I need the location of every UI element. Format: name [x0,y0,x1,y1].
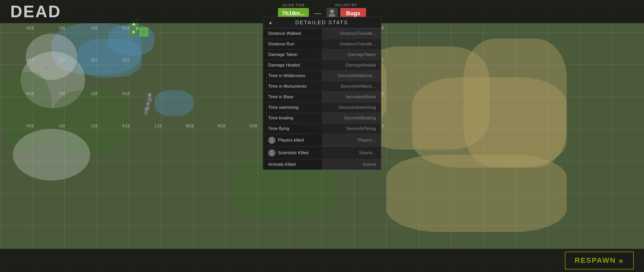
table-row: Damage TakenDamageTaken [263,50,381,60]
grid-label-l19: L19 [155,124,162,128]
stat-label: Players killed [263,134,322,147]
alive-for-label: ALIVE FOR [282,3,304,7]
player-marker-3 [143,107,149,116]
stat-label: Time in Wilderness [263,71,322,81]
grid-label-i19: I19 [59,124,65,128]
svg-rect-3 [151,97,152,101]
stat-label: Time boating [263,113,322,123]
stat-value: DistanceTravelle... [322,39,381,50]
map-dot [39,72,40,73]
svg-rect-22 [270,140,273,143]
stat-label: Time swimming [263,102,322,113]
grid-label-h18: H18 [26,92,34,96]
stat-value: SecondsFlyling [322,123,381,134]
row-icon [268,149,275,156]
grid-label-m19: M19 [186,124,194,128]
stat-label: Animals Killed [263,159,322,170]
collapse-button[interactable]: ▲ [268,20,273,25]
svg-point-19 [330,9,334,13]
table-row: Time in MonumentsSecondsInMonu... [263,81,381,92]
svg-rect-24 [270,153,273,155]
svg-point-23 [271,151,273,153]
grid-label-n19: N19 [218,124,225,128]
marker-3-badge: 2 [135,26,139,30]
killed-by-label: KILLED BY [335,3,357,7]
stat-value: SecondsWilderne... [322,71,381,81]
grid-label-h16: H16 [26,26,34,30]
table-row: Distance WalkedDistanceTravelle... [263,28,381,39]
grid-label-h17: H17 [26,58,34,63]
stats-table: Distance WalkedDistanceTravelle...Distan… [263,28,381,170]
grid-label-i17: I17 [59,58,65,63]
stat-value: DamageTaken [322,50,381,60]
stat-value: SecondsInMonu... [322,81,381,92]
map-dot [108,70,109,71]
stat-label: Distance Walked [263,28,322,39]
stat-label: Time in Monuments [263,81,322,92]
svg-rect-16 [145,114,146,116]
map-marker-2[interactable]: 🌿 [139,27,148,37]
table-row: Time in BaseSecondsInBase [263,92,381,102]
table-row: Players killedPlayers... [263,134,381,147]
stat-label: Time flying [263,123,322,134]
grid-label-j16: J16 [91,26,98,30]
alive-for-col: ALIVE FOR 7h18m... [278,3,309,19]
table-row: Distance RunDistanceTravelle... [263,39,381,50]
table-row: Time boatingSecondsBoating [263,113,381,123]
row-icon [268,137,275,144]
stat-value: DamageHealed [322,60,381,71]
map-dot [82,75,84,76]
respawn-label: RESPAWN [575,256,616,265]
grid-label-h19: H19 [26,124,34,128]
grid-label-i18: I18 [59,92,65,96]
stat-label: Damage Healed [263,60,322,71]
table-row: Time flyingSecondsFlyling [263,123,381,134]
stat-value: DistanceTravelle... [322,28,381,39]
grid-label-j18: J18 [91,92,98,96]
stats-panel: ▲ DETAILED STATS Distance WalkedDistance… [263,17,381,170]
grid-label-k18: K18 [122,92,130,96]
map-dot [64,80,66,81]
grid-label-k17: K17 [122,58,130,63]
svg-point-21 [271,138,273,140]
grid-label-j19: J19 [91,124,98,128]
svg-rect-15 [147,110,148,113]
respawn-icon: » [618,256,624,265]
table-row: Scientists KilledScienti... [263,147,381,159]
grid-label-j17: J17 [91,58,98,63]
svg-point-0 [148,93,151,97]
marker-3-icon: 🏠 [132,30,135,34]
respawn-button[interactable]: RESPAWN » [565,252,634,269]
stat-value: Players... [322,134,381,147]
svg-rect-14 [144,110,146,113]
stat-value: Scienti... [322,147,381,159]
map-dot [46,67,48,68]
svg-point-12 [145,108,148,110]
grid-label-k16: K16 [122,26,130,30]
dead-title: DEAD [10,2,61,21]
stat-label: Damage Taken [263,50,322,60]
grid-label-i16: I16 [59,26,65,30]
bottom-bar: RESPAWN » [0,249,644,272]
table-row: Time in WildernessSecondsWilderne... [263,71,381,81]
svg-rect-2 [147,97,149,101]
table-row: Time swimmingSecondsSwimming [263,102,381,113]
table-row: Animals KilledAnimal [263,159,381,170]
arrow-separator: — [314,4,321,17]
stat-value: SecondsBoating [322,113,381,123]
stat-label: Time in Base [263,92,322,102]
stat-value: Animal [322,159,381,170]
stat-label: Scientists Killed [263,147,322,159]
stat-value: SecondsInBase [322,92,381,102]
grid-label-o19: O19 [249,124,257,128]
table-row: Damage HealedDamageHealed [263,60,381,71]
grid-label-k19: K19 [122,124,130,128]
stat-value: SecondsSwimming [322,102,381,113]
marker-2-icon: 🌿 [141,30,146,35]
svg-point-6 [146,102,149,105]
stats-panel-header: ▲ DETAILED STATS [263,17,381,28]
svg-rect-17 [146,114,148,116]
stat-label: Distance Run [263,39,322,50]
stats-panel-title: DETAILED STATS [273,20,371,26]
